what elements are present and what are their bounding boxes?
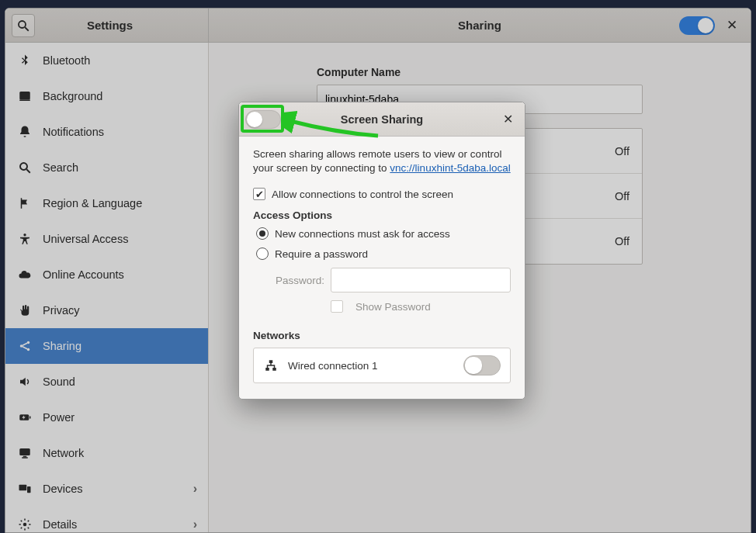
show-password-row[interactable]: Show Password: [253, 300, 511, 313]
show-password-checkbox[interactable]: [331, 300, 343, 313]
network-label: Wired connection 1: [288, 360, 378, 372]
access-option-password[interactable]: Require a password: [253, 247, 511, 260]
screen-sharing-dialog: Screen Sharing ✕ Screen sharing allows r…: [238, 102, 525, 400]
dialog-headerbar: Screen Sharing ✕: [239, 102, 525, 137]
allow-control-label: Allow connections to control the screen: [272, 189, 453, 200]
dialog-description: Screen sharing allows remote users to vi…: [253, 147, 511, 175]
svg-rect-18: [269, 361, 273, 364]
wired-network-icon: [263, 358, 279, 373]
svg-rect-19: [265, 368, 269, 371]
svg-rect-20: [272, 368, 276, 371]
networks-heading: Networks: [253, 330, 511, 341]
dialog-title: Screen Sharing: [239, 113, 525, 126]
allow-control-checkbox-row[interactable]: Allow connections to control the screen: [253, 188, 511, 200]
allow-control-checkbox[interactable]: [253, 188, 265, 200]
radio-password[interactable]: [256, 247, 269, 260]
settings-window: Settings Sharing ✕ Bluetooth: [5, 8, 751, 533]
password-label: Password:: [267, 275, 324, 286]
access-option-ask[interactable]: New connections must ask for access: [253, 227, 511, 240]
network-enable-switch[interactable]: [463, 355, 501, 376]
close-icon: ✕: [503, 112, 513, 126]
radio-ask-label: New connections must ask for access: [275, 228, 450, 240]
radio-ask[interactable]: [256, 227, 269, 240]
networks-list: Wired connection 1: [253, 348, 511, 383]
network-row[interactable]: Wired connection 1: [254, 348, 510, 382]
access-options-heading: Access Options: [253, 209, 511, 221]
dialog-close-button[interactable]: ✕: [498, 110, 517, 129]
screen-sharing-enable-switch[interactable]: [245, 110, 281, 129]
password-input[interactable]: [331, 268, 511, 292]
show-password-label: Show Password: [355, 301, 431, 313]
vnc-link[interactable]: vnc://linuxhint-5daba.local: [390, 162, 510, 174]
radio-password-label: Require a password: [275, 248, 368, 260]
